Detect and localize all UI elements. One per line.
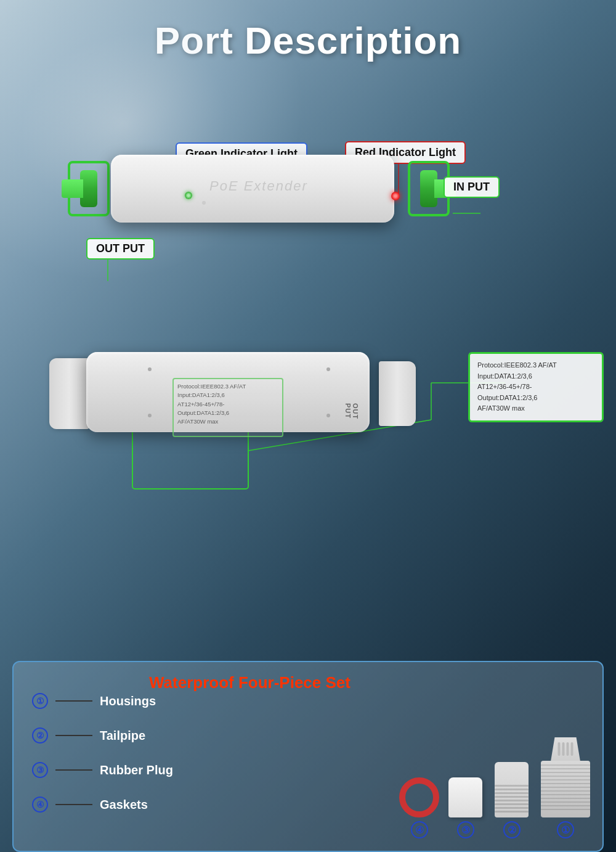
waterproof-section: Waterproof Four-Piece Set ① Housings ② T… bbox=[12, 661, 604, 852]
dot-3 bbox=[148, 414, 152, 417]
item-number-1: ① bbox=[32, 693, 48, 709]
page-title: Port Description bbox=[0, 0, 616, 75]
spec-line-4: Output:DATA1:2/3,6 bbox=[177, 409, 278, 417]
label-sticker: Protocol:IEEE802.3 AF/AT Input:DATA1:2/3… bbox=[172, 378, 283, 437]
waterproof-item-2: ② Tailpipe bbox=[32, 727, 173, 743]
comp-label-4: ④ bbox=[411, 821, 428, 838]
item-line-3 bbox=[55, 769, 92, 771]
spec-box: Protocol:IEEE802.3 AF/AT Input:DATA1:2/3… bbox=[468, 352, 604, 422]
item-number-2: ② bbox=[32, 727, 48, 743]
bottom-left-connector: IN PUT bbox=[49, 358, 89, 429]
item-number-4: ④ bbox=[32, 797, 48, 813]
power-dot bbox=[202, 201, 206, 205]
spec-box-line2: Input:DATA1:2/3,6 bbox=[477, 371, 594, 382]
spec-box-line1: Protocol:IEEE802.3 AF/AT bbox=[477, 360, 594, 371]
input-label: IN PUT bbox=[444, 176, 500, 198]
device-watermark: PoE Extender bbox=[209, 178, 308, 194]
device-bottom: IN PUT Protocol:IEEE802.3 AF/AT Input:DA… bbox=[37, 340, 425, 463]
bottom-right-connector: OUT PUT bbox=[379, 361, 416, 426]
device-bottom-body: Protocol:IEEE802.3 AF/AT Input:DATA1:2/3… bbox=[86, 352, 370, 432]
waterproof-item-3: ③ Rubber Plug bbox=[32, 762, 173, 778]
red-indicator-dot bbox=[391, 192, 400, 200]
dot-4 bbox=[326, 414, 330, 417]
green-indicator-dot bbox=[185, 192, 192, 199]
item-label-tailpipe: Tailpipe bbox=[100, 729, 145, 743]
spec-line-5: AF/AT30W max bbox=[177, 417, 278, 426]
item-line-4 bbox=[55, 804, 92, 805]
output-label: OUT PUT bbox=[86, 238, 155, 260]
waterproof-items-list: ① Housings ② Tailpipe ③ Rubber Plug ④ Ga… bbox=[32, 693, 173, 813]
components-area: ④ ③ ② bbox=[399, 737, 590, 838]
device-body-top: PoE Extender bbox=[111, 155, 394, 223]
output-connector bbox=[49, 152, 117, 226]
comp-label-2: ② bbox=[503, 821, 521, 838]
waterproof-item-1: ① Housings bbox=[32, 693, 173, 709]
item-number-3: ③ bbox=[32, 762, 48, 778]
spec-line-2: Input:DATA1:2/3,6 bbox=[177, 391, 278, 399]
comp-label-3: ③ bbox=[457, 821, 474, 838]
component-rubber-plug bbox=[448, 777, 482, 817]
comp-label-1: ① bbox=[557, 821, 574, 838]
waterproof-item-4: ④ Gaskets bbox=[32, 797, 173, 813]
diagram-area: Green Indicator Light Red Indicator Ligh… bbox=[0, 75, 616, 555]
spec-line-1: Protocol:IEEE802.3 AF/AT bbox=[177, 382, 278, 391]
item-label-rubber: Rubber Plug bbox=[100, 763, 173, 777]
device-top: Green Indicator Light Red Indicator Ligh… bbox=[49, 136, 468, 241]
item-label-housings: Housings bbox=[100, 694, 156, 708]
output-side-text: OUT PUT bbox=[344, 403, 359, 426]
dot-2 bbox=[326, 367, 330, 371]
dot-1 bbox=[148, 367, 152, 371]
spec-box-line4: Output:DATA1:2/3,6 bbox=[477, 393, 594, 404]
component-gasket bbox=[399, 777, 439, 817]
component-housing bbox=[541, 737, 590, 817]
item-line-2 bbox=[55, 735, 92, 736]
item-line-1 bbox=[55, 700, 92, 702]
waterproof-title: Waterproof Four-Piece Set bbox=[149, 673, 351, 692]
spec-box-line5: AF/AT30W max bbox=[477, 403, 594, 414]
spec-line-3: AT12+/36-45+/78- bbox=[177, 400, 278, 409]
component-tailpipe bbox=[492, 762, 532, 817]
item-label-gaskets: Gaskets bbox=[100, 798, 148, 812]
spec-box-line3: AT12+/36-45+/78- bbox=[477, 382, 594, 393]
